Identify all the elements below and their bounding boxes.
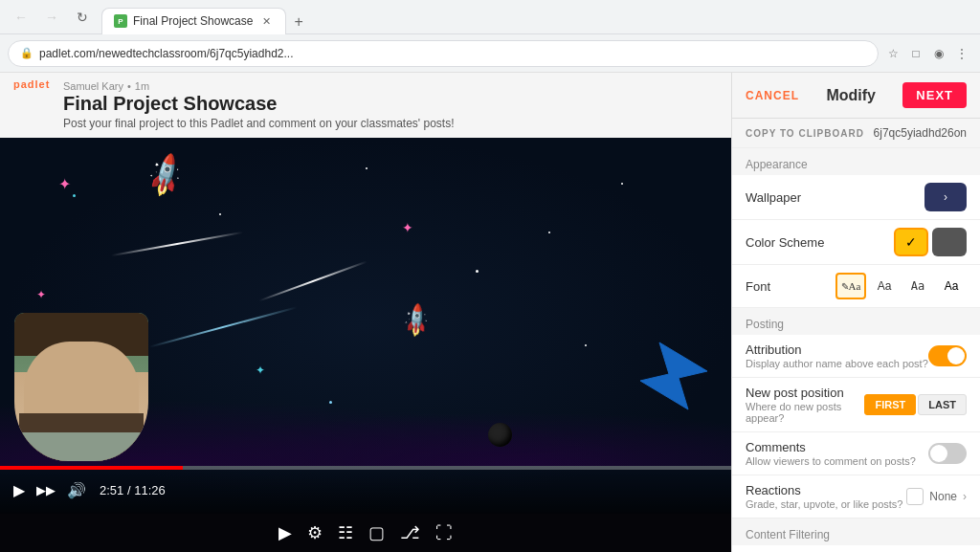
back-button[interactable]: ← [8,4,34,31]
skip-next-button[interactable]: ▶▶ [34,481,57,499]
font-info: Font [746,279,835,294]
play-icon-bottom[interactable]: ▶ [278,522,292,543]
attribution-info: Attribution Display author name above ea… [746,342,928,369]
extensions-icon[interactable]: □ [905,43,926,64]
wallpaper-info: Wallpaper [746,190,924,205]
position-control: FIRST LAST [864,394,967,415]
toolbar-row: 🔒 padlet.com/newedtechclassroom/6j7qc5yi… [0,34,980,73]
reactions-control: None › [906,488,967,505]
author-name: Samuel Kary [63,80,123,92]
font-option-1[interactable]: ✎Aa [835,273,866,299]
font-label: Font [746,279,835,294]
total-time: 11:26 [134,483,166,497]
tab-close-button[interactable]: ✕ [258,13,274,29]
bookmark-icon[interactable]: ☆ [882,43,903,64]
last-button[interactable]: LAST [918,394,967,415]
video-controls: ▶ ▶▶ 🔊 2:51 / 11:26 [0,466,731,514]
color-scheme-control: ✓ [894,228,967,256]
comet1 [110,232,242,256]
sparkle4: ✦ [256,364,265,377]
time-ago: 1m [135,80,149,92]
cast-icon-bottom[interactable]: ⎇ [400,522,420,543]
color-scheme-row: Color Scheme ✓ [732,220,980,265]
small-planet [488,423,512,447]
wallpaper-button[interactable]: › [924,183,967,211]
menu-icon[interactable]: ⋮ [951,43,972,64]
grid-icon-bottom[interactable]: ☷ [338,522,353,543]
star5 [585,344,587,346]
new-post-position-label: New post position [746,386,864,400]
padlet-title: Final Project Showcase [63,92,716,115]
first-button[interactable]: FIRST [864,394,916,415]
content-filtering-label: Content Filtering [732,519,980,545]
star6 [548,232,550,233]
rocket2: 🚀 [397,300,436,340]
cancel-button[interactable]: CANCEL [746,89,799,102]
posting-section-label: Posting [732,308,980,335]
attribution-label: Attribution [746,342,928,357]
clipboard-row: COPY TO CLIPBOARD 6j7qc5yiadhd26on [732,119,980,148]
padlet-brand: padlet [13,78,50,90]
attribution-control [928,345,967,366]
forward-button[interactable]: → [38,4,65,31]
panel-header: CANCEL Modify NEXT [732,73,980,119]
reactions-row: Reactions Grade, star, upvote, or like p… [732,475,980,519]
font-row: Font ✎Aa Aa Aa Aa [732,265,980,308]
toolbar-icons: ☆ □ ◉ ⋮ [882,43,972,64]
active-tab[interactable]: P Final Project Showcase ✕ [101,8,286,34]
color-scheme-dark-option[interactable] [932,228,967,256]
reactions-label: Reactions [746,483,906,497]
font-control: ✎Aa Aa Aa Aa [835,273,967,299]
time-display: 2:51 / 11:26 [100,483,166,497]
dot-separator: • [127,80,131,92]
font-option-3[interactable]: Aa [902,273,933,299]
new-tab-button[interactable]: + [290,10,306,34]
address-bar[interactable]: 🔒 padlet.com/newedtechclassroom/6j7qc5yi… [8,40,879,67]
current-time: 2:51 [100,483,123,497]
comments-toggle[interactable] [928,443,967,464]
padlet-meta: Samuel Kary • 1m [63,80,716,92]
bottom-toolbar: ▶ ⚙ ☷ ▢ ⎇ ⛶ [0,514,731,552]
profile-icon[interactable]: ◉ [928,43,949,64]
comments-desc: Allow viewers to comment on posts? [746,455,928,467]
monitor-icon-bottom[interactable]: ▢ [368,522,385,543]
next-button[interactable]: NEXT [902,82,967,108]
blue-arrow-overlay [640,338,717,418]
play-pause-button[interactable]: ▶ [11,479,27,501]
comments-row: Comments Allow viewers to comment on pos… [732,432,980,475]
browser-chrome: ← → ↻ P Final Project Showcase ✕ + [0,0,980,34]
padlet-header: padlet Samuel Kary • 1m Final Project Sh… [0,73,731,138]
color-scheme-yellow-option[interactable]: ✓ [894,228,928,256]
reactions-checkbox[interactable] [906,488,924,505]
attribution-row: Attribution Display author name above ea… [732,335,980,378]
url-text: padlet.com/newedtechclassroom/6j7qc5yiad… [39,47,294,60]
tab-favicon: P [114,14,127,28]
reactions-desc: Grade, star, upvote, or like posts? [746,498,906,510]
color-scheme-info: Color Scheme [746,235,894,250]
lock-icon: 🔒 [20,47,33,59]
clipboard-label: COPY TO CLIPBOARD [746,128,864,139]
font-option-2[interactable]: Aa [869,273,900,299]
comet3 [259,261,368,301]
star4 [476,270,479,273]
font-option-4[interactable]: Aa [936,273,967,299]
attribution-toggle[interactable] [928,345,967,366]
new-post-position-row: New post position Where do new posts app… [732,378,980,432]
attribution-toggle-thumb [947,347,965,364]
star3 [366,167,368,169]
new-post-position-desc: Where do new posts appear? [746,401,864,424]
reactions-info: Reactions Grade, star, upvote, or like p… [746,483,906,510]
fullscreen-icon-bottom[interactable]: ⛶ [435,523,453,543]
progress-bar[interactable] [0,466,731,470]
comments-info: Comments Allow viewers to comment on pos… [746,440,928,467]
appearance-section-label: Appearance [732,148,980,175]
volume-button[interactable]: 🔊 [65,479,88,501]
refresh-button[interactable]: ↻ [69,4,96,31]
rocket1: 🚀 [140,149,191,200]
video-player[interactable]: ✦ ✦ ✦ ✦ 🚀 🚀 [0,138,731,514]
comments-toggle-track [928,443,967,464]
padlet-area: padlet Samuel Kary • 1m Final Project Sh… [0,73,731,552]
svg-marker-0 [640,342,707,409]
reactions-value: None [929,490,957,503]
settings-icon-bottom[interactable]: ⚙ [307,522,323,543]
